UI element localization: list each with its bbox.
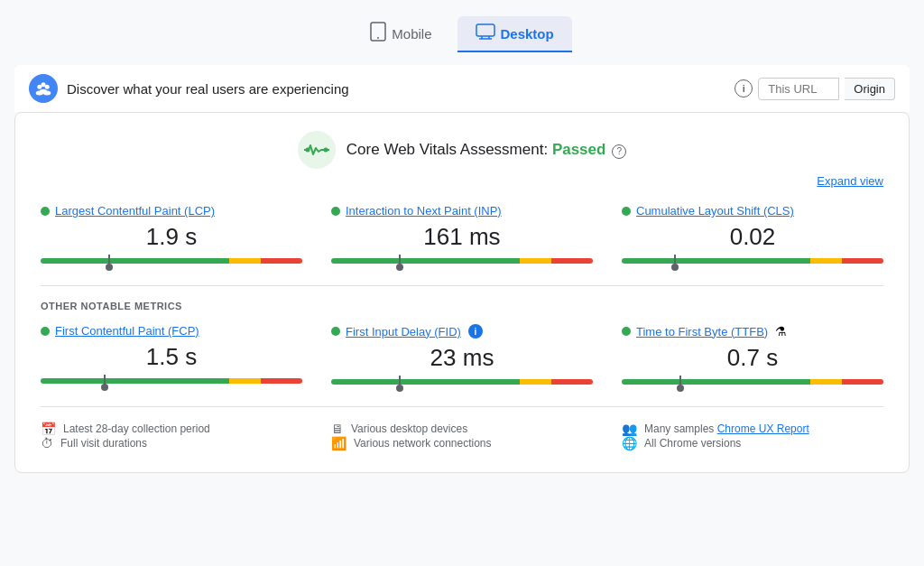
footer-text-1-2: Full visit durations xyxy=(60,437,147,450)
tab-desktop-label: Desktop xyxy=(501,26,554,42)
metric-dot-inp xyxy=(331,207,340,216)
desktop-icon xyxy=(476,23,495,43)
metric-cls: Cumulative Layout Shift (CLS)0.02 xyxy=(622,204,883,267)
metric-label-text-ttfb[interactable]: Time to First Byte (TTFB) xyxy=(636,325,768,339)
metric-label-row-cls: Cumulative Layout Shift (CLS) xyxy=(622,204,883,218)
metric-marker-ttfb xyxy=(679,376,681,388)
metric-marker-fid xyxy=(399,376,401,388)
metric-fcp: First Contentful Paint (FCP)1.5 s xyxy=(41,324,302,388)
footer-item-2-1: 🖥Various desktop devices xyxy=(331,422,593,436)
cwv-help-icon[interactable]: ? xyxy=(612,144,626,159)
footer-text-3-2: All Chrome versions xyxy=(644,437,741,450)
cwv-status: Passed xyxy=(552,141,606,158)
metric-fid: First Input Delay (FID)i23 ms xyxy=(331,324,593,388)
mobile-icon xyxy=(370,22,386,45)
footer-icon-2-2: 📶 xyxy=(331,436,346,450)
svg-point-8 xyxy=(42,82,46,87)
other-metrics-label: OTHER NOTABLE METRICS xyxy=(41,301,883,311)
svg-point-7 xyxy=(45,85,50,89)
cwv-icon xyxy=(298,131,336,169)
footer-info: 📅Latest 28-day collection period⏱Full vi… xyxy=(41,406,883,450)
svg-point-6 xyxy=(37,85,42,89)
metric-label-row-fid: First Input Delay (FID)i xyxy=(331,324,593,339)
footer-icon-2-1: 🖥 xyxy=(331,422,344,436)
metric-bar-fid xyxy=(331,379,593,385)
metric-label-row-fcp: First Contentful Paint (FCP) xyxy=(41,324,302,338)
metric-marker-cls xyxy=(674,255,676,267)
metric-value-cls: 0.02 xyxy=(622,223,883,251)
origin-button[interactable]: Origin xyxy=(845,78,895,100)
metric-label-text-cls[interactable]: Cumulative Layout Shift (CLS) xyxy=(636,204,794,218)
metric-marker-fcp xyxy=(104,375,106,387)
footer-icon-1-2: ⏱ xyxy=(41,436,53,450)
cwv-assessment-label: Core Web Vitals Assessment: Passed ? xyxy=(346,141,626,159)
footer-text-2-2: Various network connections xyxy=(354,437,492,450)
footer-col-3: 👥Many samples Chrome UX Report🌐All Chrom… xyxy=(622,422,883,450)
metric-ttfb: Time to First Byte (TTFB)⚗0.7 s xyxy=(622,324,883,388)
tab-desktop[interactable]: Desktop xyxy=(457,16,572,52)
cwv-header: Core Web Vitals Assessment: Passed ? xyxy=(41,131,883,169)
metric-bar-cls xyxy=(622,258,883,264)
metric-lcp: Largest Contentful Paint (LCP)1.9 s xyxy=(41,204,302,267)
metric-label-text-inp[interactable]: Interaction to Next Paint (INP) xyxy=(346,204,502,218)
metric-value-ttfb: 0.7 s xyxy=(622,344,883,372)
header-info-button[interactable]: i xyxy=(735,79,753,97)
main-card: Core Web Vitals Assessment: Passed ? Exp… xyxy=(14,112,910,473)
metric-dot-fcp xyxy=(41,327,50,336)
footer-item-3-1: 👥Many samples Chrome UX Report xyxy=(622,422,883,436)
svg-point-13 xyxy=(305,148,310,153)
avatar xyxy=(29,74,58,103)
metric-value-fcp: 1.5 s xyxy=(41,343,302,371)
other-metrics-grid: First Contentful Paint (FCP)1.5 sFirst I… xyxy=(41,324,883,388)
tab-bar: Mobile Desktop xyxy=(352,14,571,54)
footer-icon-3-2: 🌐 xyxy=(622,436,637,450)
metric-info-fid[interactable]: i xyxy=(468,324,483,339)
metric-label-text-fid[interactable]: First Input Delay (FID) xyxy=(346,325,461,339)
url-input[interactable] xyxy=(758,78,839,100)
metric-marker-lcp xyxy=(108,255,110,267)
metric-flask-ttfb: ⚗ xyxy=(775,324,787,339)
footer-item-2-2: 📶Various network connections xyxy=(331,436,593,450)
metric-label-row-inp: Interaction to Next Paint (INP) xyxy=(331,204,593,218)
metric-label-text-lcp[interactable]: Largest Contentful Paint (LCP) xyxy=(55,204,215,218)
footer-col-2: 🖥Various desktop devices📶Various network… xyxy=(331,422,593,450)
metric-value-inp: 161 ms xyxy=(331,223,593,251)
footer-item-1-1: 📅Latest 28-day collection period xyxy=(41,422,302,436)
footer-text-1-1: Latest 28-day collection period xyxy=(63,422,210,435)
footer-text-3-1: Many samples Chrome UX Report xyxy=(644,422,809,435)
svg-point-12 xyxy=(323,148,328,153)
header-title: Discover what your real users are experi… xyxy=(67,81,349,97)
metric-label-row-lcp: Largest Contentful Paint (LCP) xyxy=(41,204,302,218)
header-right: i Origin xyxy=(735,78,895,100)
metric-value-fid: 23 ms xyxy=(331,344,593,372)
metric-bar-fcp xyxy=(41,378,302,384)
metric-dot-ttfb xyxy=(622,327,631,336)
footer-item-3-2: 🌐All Chrome versions xyxy=(622,436,883,450)
footer-link-3-1[interactable]: Chrome UX Report xyxy=(717,422,809,435)
section-divider xyxy=(41,285,883,286)
svg-point-11 xyxy=(40,89,47,94)
header-left: Discover what your real users are experi… xyxy=(29,74,349,103)
footer-text-2-1: Various desktop devices xyxy=(351,422,467,435)
footer-icon-3-1: 👥 xyxy=(622,422,637,436)
metric-dot-cls xyxy=(622,207,631,216)
svg-point-1 xyxy=(377,37,379,39)
svg-rect-2 xyxy=(476,24,494,36)
tab-mobile[interactable]: Mobile xyxy=(352,14,449,54)
metric-marker-inp xyxy=(399,255,401,267)
metric-label-text-fcp[interactable]: First Contentful Paint (FCP) xyxy=(55,324,199,338)
metric-label-row-ttfb: Time to First Byte (TTFB)⚗ xyxy=(622,324,883,339)
metric-inp: Interaction to Next Paint (INP)161 ms xyxy=(331,204,593,267)
footer-col-1: 📅Latest 28-day collection period⏱Full vi… xyxy=(41,422,302,450)
metric-bar-lcp xyxy=(41,258,302,264)
metric-dot-fid xyxy=(331,327,340,336)
tab-mobile-label: Mobile xyxy=(392,26,431,42)
expand-view-link[interactable]: Expand view xyxy=(41,174,883,188)
metric-value-lcp: 1.9 s xyxy=(41,223,302,251)
metric-dot-lcp xyxy=(41,207,50,216)
page-header: Discover what your real users are experi… xyxy=(14,65,910,112)
footer-icon-1-1: 📅 xyxy=(41,422,56,436)
footer-item-1-2: ⏱Full visit durations xyxy=(41,436,302,450)
core-metrics-grid: Largest Contentful Paint (LCP)1.9 sInter… xyxy=(41,204,883,267)
metric-bar-ttfb xyxy=(622,379,883,385)
